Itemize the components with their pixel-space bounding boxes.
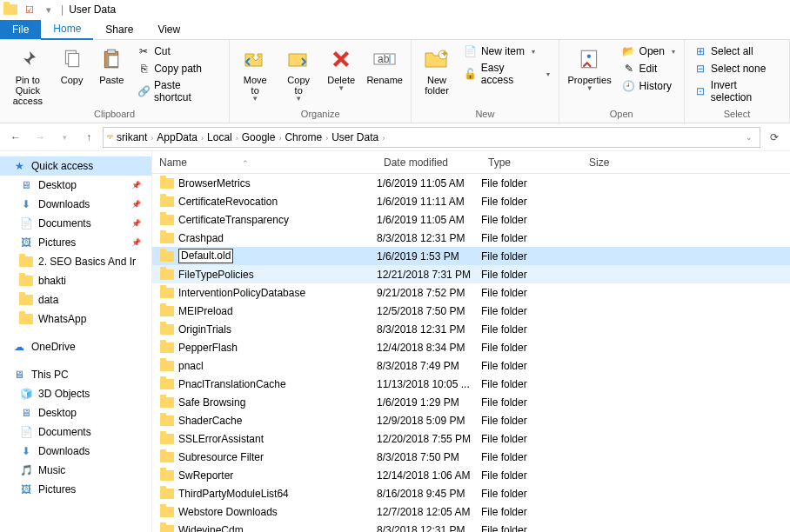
select-all-button[interactable]: ⊞Select all [690,43,784,59]
table-row[interactable]: ShaderCache12/9/2018 5:09 PMFile folder [152,411,790,429]
properties-button[interactable]: Properties▼ [565,43,615,95]
table-row[interactable]: BrowserMetrics1/6/2019 11:05 AMFile fold… [152,174,790,192]
sidebar-item[interactable]: 📄Documents [0,422,151,442]
new-item-button[interactable]: 📄New item▾ [460,43,553,59]
folder-icon [159,176,175,191]
ribbon-tabs: File Home Share View [0,19,790,40]
sidebar-item[interactable]: 🖥Desktop [0,403,151,422]
table-row[interactable]: SSLErrorAssistant12/20/2018 7:55 PMFile … [152,429,790,448]
table-row[interactable]: Safe Browsing1/6/2019 1:29 PMFile folder [152,393,790,411]
sidebar-item[interactable]: 2. SEO Basics And Ir [0,252,151,271]
edit-icon: ✎ [622,62,636,76]
rename-button[interactable]: abRename [364,43,405,87]
shortcut-icon: 🔗 [137,84,151,98]
new-item-icon: 📄 [464,44,478,58]
breadcrumb[interactable]: User Data [328,131,382,143]
file-name: Crashpad [178,232,377,244]
table-row[interactable]: SwReporter12/14/2018 1:06 AMFile folder [152,466,790,484]
table-row[interactable]: Default.old1/6/2019 1:53 PMFile folder [152,247,790,265]
this-pc[interactable]: 🖥This PC [0,365,151,384]
breadcrumb[interactable]: AppData [153,131,201,143]
file-name: pnacl [178,360,377,372]
easy-access-button[interactable]: 🔓Easy access▾ [460,61,553,87]
sidebar-item[interactable]: ⬇Downloads [0,442,151,461]
qat-dropdown-icon[interactable]: ▾ [42,3,56,17]
history-button[interactable]: 🕘History [619,78,679,94]
sidebar-item[interactable]: data [0,290,151,309]
table-row[interactable]: CertificateTransparency1/6/2019 11:05 AM… [152,210,790,229]
copy-button[interactable]: Copy [54,43,90,87]
breadcrumb[interactable]: Local [204,131,236,143]
file-date: 9/21/2018 7:52 PM [377,287,481,299]
table-row[interactable]: ThirdPartyModuleList648/16/2018 9:45 PMF… [152,484,790,502]
copy-path-button[interactable]: ⎘Copy path [133,61,224,76]
table-row[interactable]: MEIPreload12/5/2018 7:50 PMFile folder [152,302,790,320]
qat-properties-icon[interactable]: ☑ [23,3,37,17]
refresh-button[interactable]: ⟳ [764,127,785,148]
group-select-label: Select [724,109,751,121]
table-row[interactable]: PepperFlash12/4/2018 8:34 PMFile folder [152,338,790,356]
folder-icon: 📄 [19,216,33,230]
move-to-button[interactable]: Move to▼ [235,43,275,105]
pin-to-quick-access-button[interactable]: Pin to Quick access [5,43,50,108]
table-row[interactable]: OriginTrials8/3/2018 12:31 PMFile folder [152,320,790,338]
column-date[interactable]: Date modified [377,156,481,169]
breadcrumb[interactable]: srikant [113,131,151,143]
forward-button[interactable]: → [30,127,50,148]
paste-shortcut-button[interactable]: 🔗Paste shortcut [133,78,224,104]
cut-button[interactable]: ✂Cut [133,43,224,59]
table-row[interactable]: Crashpad8/3/2018 12:31 PMFile folder [152,229,790,247]
sidebar-item[interactable]: ⬇Downloads📌 [0,195,151,214]
copy-icon [58,45,86,73]
breadcrumb[interactable]: Google [238,131,279,143]
rename-input[interactable]: Default.old [178,249,233,263]
sidebar-item[interactable]: 🧊3D Objects [0,384,151,403]
folder-icon [159,194,175,209]
breadcrumb[interactable]: Chrome [281,131,325,143]
sidebar-item[interactable]: 🎵Music [0,461,151,480]
table-row[interactable]: pnacl8/3/2018 7:49 PMFile folder [152,356,790,375]
recent-locations-button[interactable]: ▾ [54,127,75,148]
table-row[interactable]: PnaclTranslationCache11/13/2018 10:05 ..… [152,375,790,393]
copy-to-button[interactable]: Copy to▼ [278,43,318,105]
table-row[interactable]: Webstore Downloads12/7/2018 12:05 AMFile… [152,502,790,521]
pin-icon: 📌 [131,219,146,228]
table-row[interactable]: CertificateRevocation1/6/2019 11:11 AMFi… [152,192,790,210]
delete-button[interactable]: Delete▼ [322,43,360,95]
table-row[interactable]: WidevineCdm8/3/2018 12:31 PMFile folder [152,521,790,532]
table-row[interactable]: Subresource Filter8/3/2018 7:50 PMFile f… [152,448,790,466]
folder-icon [159,249,175,264]
column-name[interactable]: Name ⌃ [152,156,377,169]
sidebar-item[interactable]: 🖼Pictures📌 [0,233,151,252]
file-name: CertificateRevocation [178,196,377,208]
table-row[interactable]: FileTypePolicies12/21/2018 7:31 PMFile f… [152,265,790,283]
quick-access[interactable]: ★Quick access [0,156,151,176]
edit-button[interactable]: ✎Edit [619,61,679,76]
tab-file[interactable]: File [0,20,41,39]
chevron-down-icon[interactable]: ⌄ [746,133,753,142]
sidebar-item[interactable]: 🖼Pictures [0,480,151,499]
new-folder-button[interactable]: ✦New folder [417,43,457,97]
address-bar[interactable]: › srikant›AppData›Local›Google›Chrome›Us… [103,127,760,148]
sidebar-item[interactable]: bhakti [0,271,151,290]
invert-icon: ⊡ [693,84,707,98]
sidebar-item[interactable]: 🖥Desktop📌 [0,176,151,195]
column-type[interactable]: Type [481,156,582,169]
paste-button[interactable]: Paste [93,43,130,87]
onedrive[interactable]: ☁OneDrive [0,337,151,356]
sidebar-item[interactable]: 📄Documents📌 [0,214,151,233]
tab-view[interactable]: View [145,20,192,39]
invert-selection-button[interactable]: ⊡Invert selection [690,78,784,104]
chevron-right-icon[interactable]: › [382,134,385,143]
file-date: 12/9/2018 5:09 PM [377,415,481,427]
select-none-button[interactable]: ⊟Select none [690,61,784,76]
column-size[interactable]: Size [582,156,652,169]
sidebar-item-label: Music [38,464,65,476]
tab-home[interactable]: Home [41,19,93,40]
open-button[interactable]: 📂Open▾ [619,43,679,59]
tab-share[interactable]: Share [93,20,145,39]
sidebar-item[interactable]: WhatsApp [0,309,151,329]
back-button[interactable]: ← [5,127,26,148]
table-row[interactable]: InterventionPolicyDatabase9/21/2018 7:52… [152,283,790,302]
up-button[interactable]: ↑ [78,127,99,148]
